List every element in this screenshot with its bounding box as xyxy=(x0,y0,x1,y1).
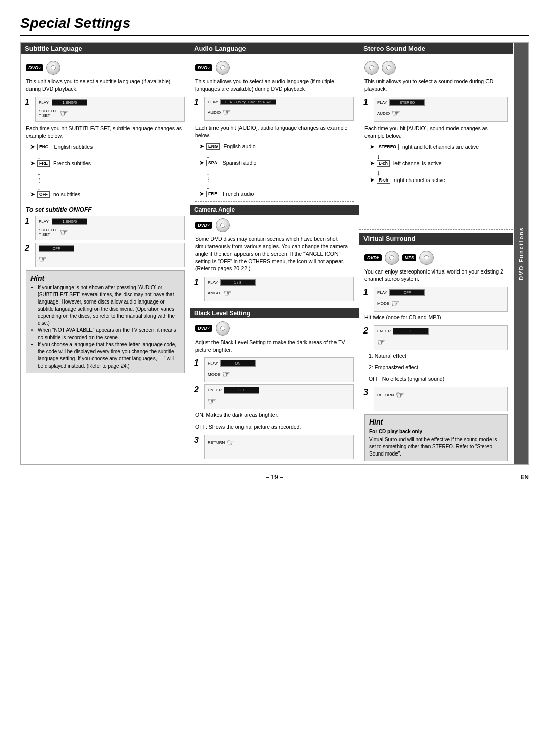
audio-opt-eng-desc: English audio xyxy=(223,143,255,150)
on-off-step1-num: 1 xyxy=(25,217,29,226)
subtitle-language-col: Subtitle Language DVDV This unit allows … xyxy=(21,43,190,465)
subtitle-each-time-text: Each time you hit SUBTITLE/T-SET, subtit… xyxy=(26,125,185,139)
stereo-step1-num: 1 xyxy=(363,98,368,107)
opt-fre-box: FRE xyxy=(37,160,50,167)
step1-num: 1 xyxy=(25,98,29,107)
stereo-opt-rch-box: R-ch xyxy=(377,177,390,184)
hand-icon-stereo: ☞ xyxy=(392,108,400,119)
subtitle-language-content: DVDV This unit allows you to select a su… xyxy=(21,57,190,464)
divider-black xyxy=(195,305,354,305)
mode-label-virtual: MODE xyxy=(377,301,389,306)
dvd-icon-camera: DVDV xyxy=(195,222,212,229)
black-on-text: ON: Makes the dark areas brighter. xyxy=(195,411,354,419)
stereo-sound-content: This unit allows you to select a sound m… xyxy=(359,57,513,226)
camera-angle-header: Camera Angle xyxy=(190,205,359,215)
virtual-effects-list: 1: Natural effect 2: Emphasized effect O… xyxy=(369,352,508,383)
screen-audio-1: 1.ENG Dolby D 3/2.1ch 48k/3 xyxy=(220,99,276,105)
virtual-hint-subtitle: For CD play back only xyxy=(369,428,503,435)
disc-round-black xyxy=(216,321,230,336)
opt-fre-desc: French subtitles xyxy=(53,160,91,167)
play-label-on-off: PLAY xyxy=(39,219,49,224)
audio-option-eng: ➤ ENG English audio xyxy=(199,143,354,151)
subtitle-disc-icons: DVDV xyxy=(26,61,185,75)
virtual-surround-header: Virtual Surround xyxy=(359,233,513,245)
on-off-step2-num: 2 xyxy=(25,244,29,253)
page-title: Special Settings xyxy=(20,15,529,36)
subtitle-option-fre: ➤ FRE French subtitles xyxy=(30,160,185,168)
black-step2-num: 2 xyxy=(194,385,199,395)
screen-virtual-1: OFF xyxy=(389,289,425,296)
opt-eng-desc: English subtitles xyxy=(54,144,93,151)
stereo-arrow-r: ➤ xyxy=(370,176,375,185)
audio-label: AUDIO xyxy=(208,110,221,115)
virtual-effect-2: 2: Emphasized effect xyxy=(369,364,508,371)
screen-camera-1: 1 / 8 xyxy=(220,279,256,286)
disc-round-stereo2 xyxy=(382,61,396,75)
audio-col: Audio Language DVDV This unit allows you… xyxy=(190,43,359,465)
hint-item-2: When "NOT AVAILABLE" appears on the TV s… xyxy=(38,327,180,341)
black-off-text: OFF: Shows the original picture as recor… xyxy=(195,423,354,431)
audio-opt-fre-box: FRE xyxy=(206,191,219,197)
subtitle-t-set-label: SUBTITLET-SET xyxy=(39,109,58,118)
vdots: ⋮ xyxy=(37,177,42,183)
dvd-icon-audio: DVDV xyxy=(195,64,212,71)
on-off-step1-diagram: PLAY 1.ENG/6 SUBTITLET-SET ☞ xyxy=(35,216,185,240)
black-step3-diagram: RETURN ☞ xyxy=(204,435,354,459)
play-label-s1: PLAY xyxy=(39,100,49,105)
stereo-opt-desc: right and left channels are active xyxy=(402,144,479,151)
stereo-down-1: ↓ xyxy=(377,152,380,160)
subtitle-description: This unit allows you to select a subtitl… xyxy=(26,78,185,93)
virtual-hint-title: Hint xyxy=(369,418,503,426)
hand-icon-2: ☞ xyxy=(39,254,47,265)
virtual-effect-1: 1: Natural effect xyxy=(369,352,508,360)
audio-vdots: ⋮ xyxy=(206,177,211,183)
black-step1-num: 1 xyxy=(194,358,199,368)
stereo-sound-header: Stereo Sound Mode xyxy=(359,43,513,54)
virtual-effect-off: OFF: No effects (original sound) xyxy=(369,375,508,383)
down-arrow-3: ↓ xyxy=(37,183,41,191)
mode-label-black: MODE xyxy=(208,372,220,377)
stereo-each-time-text: Each time you hit [AUDIO], sound mode ch… xyxy=(364,125,508,139)
hand-icon-camera: ☞ xyxy=(224,288,232,299)
main-grid: Subtitle Language DVDV This unit allows … xyxy=(20,42,529,465)
stereo-option-stereo: ➤ STEREO right and left channels are act… xyxy=(370,144,508,152)
disc-round-camera xyxy=(216,218,230,232)
down-arrow-2: ↓ xyxy=(37,169,41,177)
hand-icon-black-2: ☞ xyxy=(208,396,216,407)
subtitle-language-header: Subtitle Language xyxy=(21,43,190,54)
play-label-audio: PLAY xyxy=(208,100,218,104)
black-disc-icons: DVDV xyxy=(195,321,354,336)
screen-on-off-2: OFF xyxy=(39,245,74,252)
angle-label: ANGLE xyxy=(208,291,222,295)
hand-icon-s1: ☞ xyxy=(60,108,68,119)
stereo-opt-box: STEREO xyxy=(377,144,399,150)
step1-diagram-subtitle: PLAY 1.ENG/6 SUBTITLET-SET ☞ xyxy=(35,97,185,122)
stereo-step1-diagram: PLAY STEREO AUDIO ☞ xyxy=(374,97,508,122)
subtitle-option-eng: ➤ ENG English subtitles xyxy=(30,144,185,152)
audio-option-spa: ➤ SPA Spanish audio xyxy=(199,160,354,167)
black-step2-diagram: ENTER OFF ☞ xyxy=(204,384,354,409)
stereo-arrow-s: ➤ xyxy=(370,143,375,152)
subtitle-on-off-title: To set subtitle ON/OFF xyxy=(26,206,185,214)
stereo-opt-rch-desc: right channel is active xyxy=(394,177,445,184)
hand-icon-virtual: ☞ xyxy=(391,298,400,309)
virtual-surround-description: You can enjoy stereophonic virtual world… xyxy=(364,268,508,283)
disc-round-virtual xyxy=(385,251,399,265)
hint-item-1: If your language is not shown after pres… xyxy=(38,284,180,327)
opt-off-desc: no subtitles xyxy=(53,191,80,198)
on-off-step2-diagram: OFF ☞ xyxy=(35,243,185,267)
screen-black-1: ON xyxy=(220,360,256,367)
audio-step1-num: 1 xyxy=(194,98,199,107)
stereo-arrow-l: ➤ xyxy=(370,160,375,168)
audio-opt-eng-box: ENG xyxy=(206,143,220,150)
hand-icon-on-off: ☞ xyxy=(60,227,68,238)
arrow-fre: ➤ xyxy=(30,160,35,168)
hand-icon-virtual-3: ☞ xyxy=(396,389,404,401)
audio-arrow-eng: ➤ xyxy=(199,143,204,151)
divider-virtual xyxy=(359,229,513,230)
virtual-step1-num: 1 xyxy=(363,288,368,297)
camera-disc-icons: DVDV xyxy=(195,218,354,232)
screen-s1: 1.ENG/6 xyxy=(52,99,87,106)
virtual-hint-box: Hint For CD play back only Virtual Surro… xyxy=(364,414,508,461)
subtitle-on-off-section: To set subtitle ON/OFF 1 PLAY 1.ENG/6 SU… xyxy=(26,203,185,267)
